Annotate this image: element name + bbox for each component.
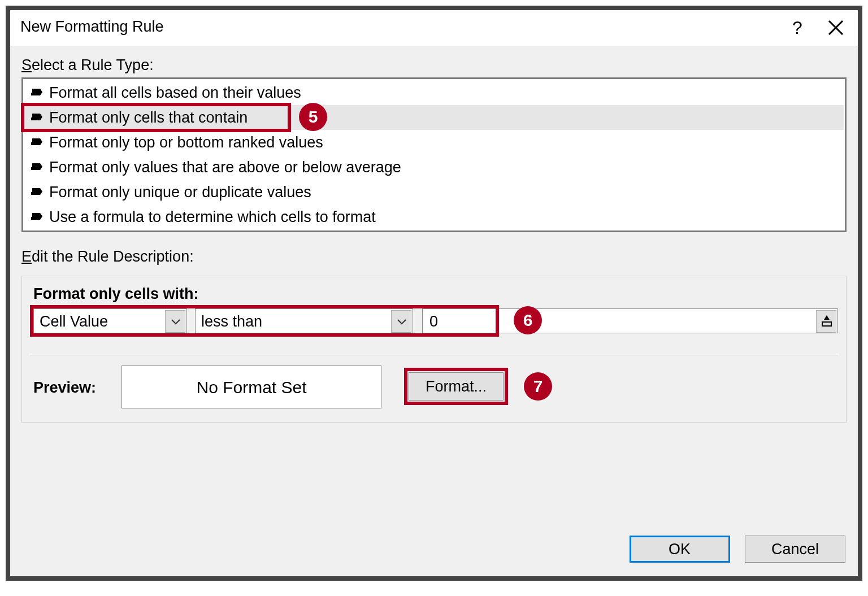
annotation-badge: 7 bbox=[524, 372, 552, 401]
preview-label: Preview: bbox=[33, 379, 96, 397]
svg-marker-7 bbox=[31, 213, 42, 220]
rule-type-item[interactable]: Use a formula to determine which cells t… bbox=[24, 205, 844, 229]
separator bbox=[30, 355, 838, 355]
rule-description-panel: Format only cells with: Cell Value less … bbox=[21, 276, 847, 423]
rule-type-listbox[interactable]: Format all cells based on their values F… bbox=[21, 77, 847, 232]
svg-marker-2 bbox=[31, 89, 42, 95]
preview-box: No Format Set bbox=[121, 366, 381, 408]
flag-icon bbox=[31, 187, 42, 196]
annotation-badge: 6 bbox=[514, 306, 542, 334]
dialog-title: New Formatting Rule bbox=[20, 18, 164, 36]
svg-marker-9 bbox=[824, 315, 830, 320]
cancel-button[interactable]: Cancel bbox=[745, 536, 845, 563]
format-only-cells-with-label: Format only cells with: bbox=[33, 285, 838, 303]
flag-icon bbox=[31, 162, 42, 171]
flag-icon bbox=[31, 112, 42, 121]
condition-target-select[interactable]: Cell Value bbox=[33, 308, 187, 333]
rule-type-item[interactable]: Format all cells based on their values bbox=[24, 80, 844, 105]
edit-rule-description-label: Edit the Rule Description: bbox=[21, 248, 847, 266]
help-button[interactable]: ? bbox=[783, 14, 811, 42]
svg-marker-4 bbox=[31, 138, 42, 145]
chevron-down-icon[interactable] bbox=[391, 310, 411, 333]
select-rule-type-label: Select a Rule Type: bbox=[21, 56, 847, 74]
flag-icon bbox=[31, 137, 42, 146]
titlebar: New Formatting Rule ? bbox=[10, 10, 858, 46]
flag-icon bbox=[31, 88, 42, 97]
flag-icon bbox=[31, 212, 42, 221]
rule-type-item[interactable]: Format only top or bottom ranked values bbox=[24, 130, 844, 155]
svg-marker-6 bbox=[31, 188, 42, 195]
svg-marker-3 bbox=[31, 114, 42, 120]
annotation-badge: 5 bbox=[299, 103, 327, 131]
dialog-buttons: OK Cancel bbox=[630, 536, 845, 564]
rule-type-item[interactable]: Format only values that are above or bel… bbox=[24, 155, 844, 180]
rule-type-item[interactable]: Format only cells that contain bbox=[24, 105, 844, 130]
condition-row: Cell Value less than 0 6 bbox=[30, 308, 838, 340]
format-button[interactable]: Format... bbox=[409, 372, 504, 401]
svg-rect-8 bbox=[822, 322, 831, 326]
close-button[interactable] bbox=[822, 14, 850, 42]
condition-value-input[interactable]: 0 bbox=[422, 308, 838, 333]
dialog-new-formatting-rule: New Formatting Rule ? Select a Rule Type… bbox=[6, 6, 862, 581]
svg-marker-5 bbox=[31, 163, 42, 170]
chevron-down-icon[interactable] bbox=[165, 310, 185, 333]
preview-row: Preview: No Format Set Format... 7 bbox=[30, 366, 838, 410]
ok-button[interactable]: OK bbox=[630, 536, 730, 563]
rule-type-item[interactable]: Format only unique or duplicate values bbox=[24, 180, 844, 205]
condition-operator-select[interactable]: less than bbox=[195, 308, 413, 333]
range-picker-icon[interactable] bbox=[816, 310, 836, 333]
